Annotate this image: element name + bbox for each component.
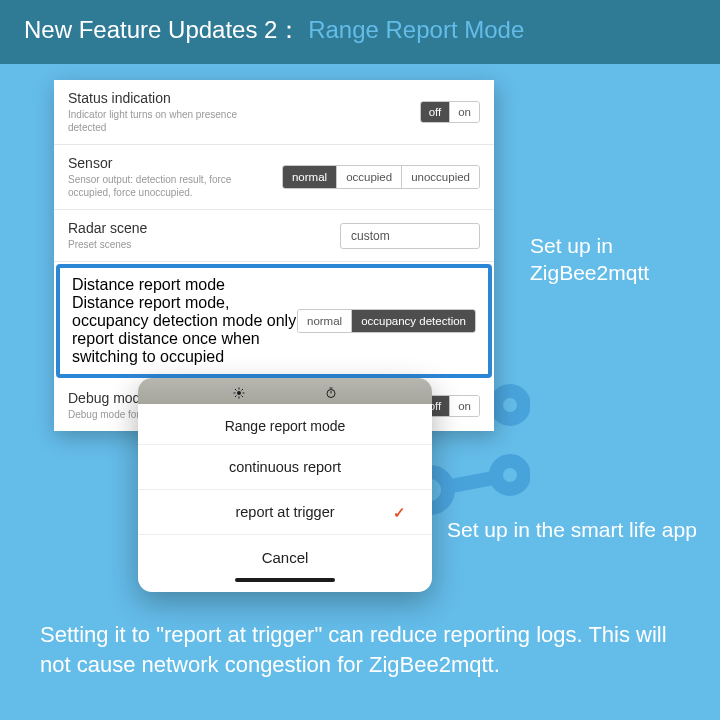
status-label: Status indication (68, 90, 410, 106)
distance-desc: Distance report mode, occupancy detectio… (72, 294, 297, 366)
distance-label: Distance report mode (72, 276, 297, 294)
svg-line-17 (242, 389, 244, 391)
distance-occupancy[interactable]: occupancy detection (352, 310, 475, 332)
header-title: Range Report Mode (308, 16, 524, 43)
option-continuous-report[interactable]: continuous report (138, 444, 432, 489)
sensor-normal[interactable]: normal (283, 166, 337, 188)
radar-desc: Preset scenes (68, 238, 278, 251)
sheet-title: Range report mode (138, 404, 432, 444)
header-prefix: New Feature Updates 2： (24, 16, 301, 43)
distance-normal[interactable]: normal (298, 310, 352, 332)
callout-smartlife: Set up in the smart life app (447, 518, 697, 542)
status-off[interactable]: off (421, 102, 451, 122)
svg-line-14 (235, 389, 237, 391)
svg-point-8 (496, 461, 524, 489)
row-radar-scene: Radar scene Preset scenes custom (54, 210, 494, 262)
svg-point-9 (237, 391, 241, 395)
debug-on[interactable]: on (450, 396, 479, 416)
callout-zigbee2mqtt: Set up in ZigBee2mqtt (530, 232, 720, 287)
sensor-occupied[interactable]: occupied (337, 166, 402, 188)
status-desc: Indicator light turns on when presence d… (68, 108, 278, 134)
radar-select[interactable]: custom (340, 223, 480, 249)
option-report-at-trigger[interactable]: report at trigger (138, 489, 432, 534)
svg-line-16 (235, 396, 237, 398)
sheet-topbar (138, 378, 432, 404)
row-status-indication: Status indication Indicator light turns … (54, 80, 494, 145)
svg-point-7 (496, 391, 524, 419)
row-sensor: Sensor Sensor output: detection result, … (54, 145, 494, 210)
status-toggle[interactable]: off on (420, 101, 480, 123)
status-on[interactable]: on (450, 102, 479, 122)
svg-line-15 (242, 396, 244, 398)
sensor-label: Sensor (68, 155, 272, 171)
timer-icon (325, 385, 337, 397)
brightness-icon (233, 385, 245, 397)
footer-text: Setting it to "report at trigger" can re… (40, 620, 680, 679)
sensor-desc: Sensor output: detection result, force o… (68, 173, 272, 199)
sensor-unoccupied[interactable]: unoccupied (402, 166, 479, 188)
sensor-toggle[interactable]: normal occupied unoccupied (282, 165, 480, 189)
distance-toggle[interactable]: normal occupancy detection (297, 309, 476, 333)
row-distance-report-mode: Distance report mode Distance report mod… (56, 264, 492, 378)
cancel-button[interactable]: Cancel (138, 534, 432, 574)
page-header: New Feature Updates 2： Range Report Mode (0, 0, 720, 64)
radar-label: Radar scene (68, 220, 330, 236)
home-indicator (138, 574, 432, 592)
smart-life-sheet: Range report mode continuous report repo… (138, 378, 432, 592)
